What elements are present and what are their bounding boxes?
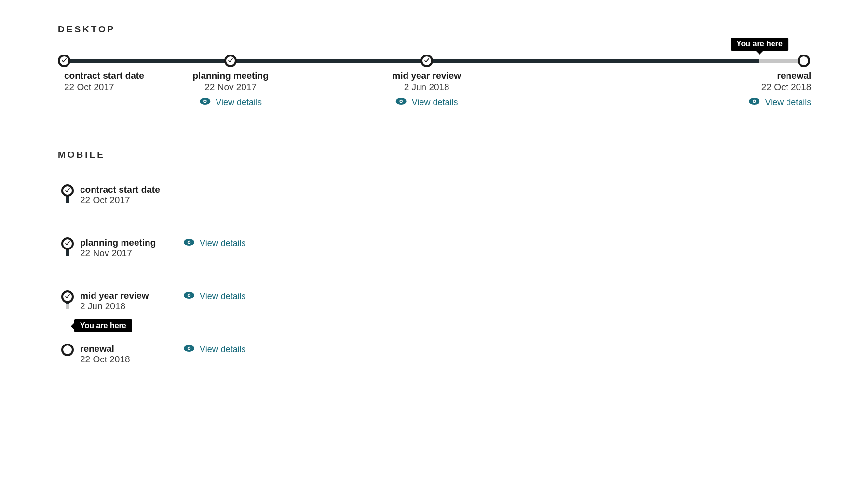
check-icon <box>65 186 70 195</box>
milestone-title: contract start date <box>80 184 174 195</box>
eye-icon <box>183 345 195 355</box>
milestone-date: 2 Jun 2018 <box>392 82 461 93</box>
view-details-link[interactable]: View details <box>183 290 246 302</box>
milestone-date: 22 Nov 2017 <box>193 82 269 93</box>
milestone-title: renewal <box>749 70 812 81</box>
svg-point-14 <box>188 294 190 296</box>
milestone-date: 22 Oct 2017 <box>64 82 144 93</box>
milestone-node <box>61 290 74 303</box>
milestone-node <box>224 55 237 67</box>
view-details-text: View details <box>765 97 812 108</box>
you-are-here-label: You are here <box>80 321 126 330</box>
timeline-mobile: contract start date 22 Oct 2017 planning… <box>58 184 810 365</box>
milestone-node <box>61 184 74 197</box>
milestone-node <box>61 344 74 356</box>
milestone-date: 22 Nov 2017 <box>80 248 174 259</box>
milestone-caption: planning meeting 22 Nov 2017 View detail… <box>193 70 269 108</box>
milestone-row: renewal 22 Oct 2018 View details <box>58 344 810 365</box>
view-details-text: View details <box>412 97 458 108</box>
check-icon <box>65 292 70 301</box>
milestone-title: planning meeting <box>80 237 174 248</box>
view-details-link[interactable]: View details <box>749 97 812 108</box>
svg-point-5 <box>400 100 402 102</box>
milestone-node <box>420 55 433 67</box>
eye-icon <box>395 97 407 108</box>
view-details-link[interactable]: View details <box>199 97 262 108</box>
section-heading-desktop: DESKTOP <box>58 24 810 35</box>
milestone-title: mid year review <box>80 290 174 301</box>
check-icon <box>424 56 430 65</box>
milestone-node <box>61 237 74 250</box>
svg-point-11 <box>188 241 190 243</box>
milestone-title: contract start date <box>64 70 144 81</box>
eye-icon <box>199 97 211 108</box>
view-details-link[interactable]: View details <box>183 237 246 248</box>
view-details-text: View details <box>200 291 246 302</box>
timeline-desktop: You are here contract start date 22 Oct … <box>58 59 810 63</box>
view-details-link[interactable]: View details <box>183 344 246 355</box>
eye-icon <box>749 97 760 108</box>
milestone-caption: mid year review 2 Jun 2018 View details <box>392 70 461 108</box>
milestone-date: 22 Oct 2017 <box>80 195 174 206</box>
milestone-row: planning meeting 22 Nov 2017 View detail… <box>58 237 810 290</box>
milestone-title: mid year review <box>392 70 461 81</box>
eye-icon <box>183 291 195 302</box>
milestone-date: 2 Jun 2018 <box>80 301 174 312</box>
milestone-node <box>58 55 70 67</box>
milestone-row: mid year review 2 Jun 2018 View details … <box>58 290 810 344</box>
check-icon <box>61 56 67 65</box>
svg-point-2 <box>204 100 206 102</box>
milestone-node <box>798 55 810 67</box>
milestone-caption: contract start date 22 Oct 2017 <box>64 70 144 93</box>
view-details-text: View details <box>216 97 262 108</box>
timeline-track: You are here contract start date 22 Oct … <box>64 59 804 63</box>
milestone-caption: renewal 22 Oct 2018 View details <box>749 70 812 108</box>
eye-icon <box>183 238 195 248</box>
milestone-date: 22 Oct 2018 <box>80 354 174 365</box>
you-are-here-label: You are here <box>736 40 783 48</box>
milestone-date: 22 Oct 2018 <box>749 82 812 93</box>
check-icon <box>228 56 233 65</box>
milestone-row: contract start date 22 Oct 2017 <box>58 184 810 237</box>
view-details-link[interactable]: View details <box>395 97 458 108</box>
milestone-title: planning meeting <box>193 70 269 81</box>
view-details-text: View details <box>200 345 246 355</box>
milestone-title: renewal <box>80 344 174 354</box>
you-are-here-marker: You are here <box>74 319 132 332</box>
svg-point-17 <box>188 347 190 349</box>
timeline-progress <box>64 59 760 63</box>
svg-point-8 <box>754 100 755 102</box>
section-heading-mobile: MOBILE <box>58 150 810 160</box>
you-are-here-marker: You are here <box>731 38 788 51</box>
view-details-text: View details <box>200 238 246 248</box>
check-icon <box>65 239 70 248</box>
